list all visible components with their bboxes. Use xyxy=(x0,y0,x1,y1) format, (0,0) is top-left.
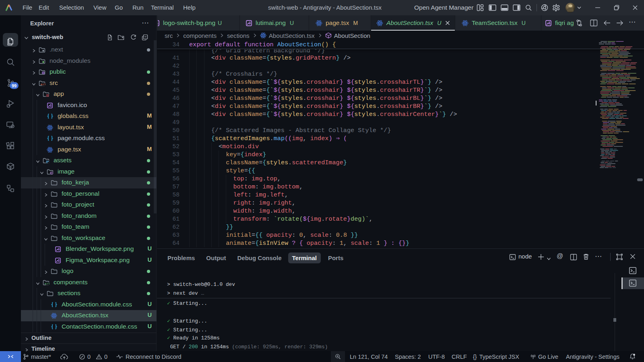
svg-text:</>: </> xyxy=(41,83,45,86)
svg-text:</>: </> xyxy=(45,282,50,285)
